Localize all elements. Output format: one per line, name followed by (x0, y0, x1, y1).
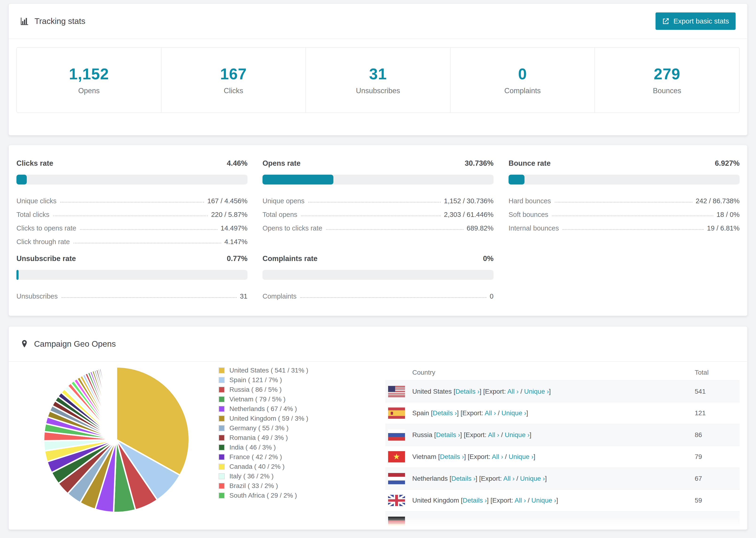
rate-stat-value: 19 / 6.81% (707, 224, 739, 233)
legend-item: Italy ( 36 / 2% ) (219, 471, 385, 481)
rate-stat-row: Total opens 2,303 / 61.446% (262, 206, 494, 219)
rate-bar-track (17, 270, 247, 280)
export-all-link[interactable]: All › (488, 431, 499, 439)
rate-bar-fill (17, 270, 19, 280)
rate-rows: Unsubscribes 31 (17, 287, 247, 301)
rates-grid: Clicks rate 4.46% Unique clicks 167 / 4.… (9, 145, 747, 310)
stat-value: 1,152 (69, 65, 109, 83)
rate-rows: Unique clicks 167 / 4.456% Total clicks … (17, 192, 247, 246)
legend-swatch (219, 454, 225, 460)
details-link[interactable]: Details › (436, 431, 460, 439)
column-header-total: Total (695, 369, 739, 376)
legend-item: Netherlands ( 67 / 4% ) (219, 404, 385, 413)
table-row: Spain [Details ›] [Export: All › / Uniqu… (385, 402, 739, 424)
rate-stat-value: 167 / 4.456% (207, 197, 247, 206)
rate-bar-track (262, 175, 494, 185)
legend-label: France ( 42 / 2% ) (229, 453, 282, 461)
legend-swatch (219, 435, 225, 441)
export-all-link[interactable]: All › (503, 475, 514, 482)
stat-cell: 167 Clicks (162, 48, 306, 112)
rates-card: Clicks rate 4.46% Unique clicks 167 / 4.… (9, 145, 747, 316)
export-unique-link[interactable]: Unique › (520, 475, 545, 482)
table-body: United States [Details ›] [Export: All ›… (385, 381, 739, 530)
table-row: [] [ / ] (385, 511, 739, 530)
stats-summary-box: 1,152 Opens 167 Clicks 31 Unsubscribes 0… (17, 47, 739, 113)
table-row: Vietnam [Details ›] [Export: All › / Uni… (385, 446, 739, 468)
rate-stat-row: Soft bounces 18 / 0% (509, 206, 739, 219)
country-flag-icon (388, 495, 405, 506)
legend-label: Vietnam ( 79 / 5% ) (229, 396, 286, 403)
export-all-link[interactable]: All › (507, 388, 519, 395)
table-row: Netherlands [Details ›] [Export: All › /… (385, 468, 739, 490)
geo-title: Campaign Geo Opens (20, 339, 116, 349)
export-unique-link[interactable]: Unique › (505, 431, 530, 439)
rate-stat-row: Opens to clicks rate 689.82% (262, 219, 494, 233)
rate-rows: Complaints 0 (262, 287, 494, 301)
export-all-link[interactable]: All › (492, 453, 503, 460)
dotted-leader (53, 215, 208, 216)
dotted-leader (62, 297, 237, 298)
rate-bar-track (509, 175, 739, 185)
export-unique-link[interactable]: Unique › (502, 409, 526, 417)
export-button-label: Export basic stats (674, 17, 729, 25)
dotted-leader (563, 229, 704, 230)
details-link[interactable]: Details › (452, 475, 476, 482)
stat-label: Opens (78, 86, 99, 95)
country-name: Spain (412, 409, 429, 417)
rate-title: Clicks rate (17, 159, 53, 168)
legend-swatch (219, 425, 225, 431)
export-unique-link[interactable]: Unique › (531, 497, 556, 504)
export-unique-link[interactable]: Unique › (509, 453, 533, 460)
tracking-stats-card: Tracking stats Export basic stats 1,152 … (9, 4, 747, 135)
rate-stat-label: Soft bounces (509, 211, 548, 219)
rate-title: Bounce rate (509, 159, 551, 168)
rate-stat-label: Total clicks (17, 211, 49, 219)
legend-item: France ( 42 / 2% ) (219, 452, 385, 462)
rate-bar-track (17, 175, 247, 185)
country-cell: United States [Details ›] [Export: All ›… (405, 388, 695, 395)
legend-label: Russia ( 86 / 5% ) (229, 386, 282, 394)
details-link[interactable]: Details › (433, 409, 457, 417)
tracking-title-text: Tracking stats (34, 17, 85, 26)
legend-item: Romania ( 49 / 3% ) (219, 433, 385, 443)
export-basic-stats-button[interactable]: Export basic stats (656, 13, 735, 30)
rate-stat-row: Clicks to opens rate 14.497% (17, 219, 247, 233)
dotted-leader (308, 202, 441, 202)
total-cell: 541 (695, 388, 739, 395)
legend-swatch (219, 463, 225, 470)
rate-title: Complaints rate (262, 254, 317, 263)
dotted-leader (300, 297, 486, 298)
details-link[interactable]: Details › (456, 388, 480, 395)
rate-stat-label: Opens to clicks rate (262, 224, 322, 233)
rate-stat-row: Unsubscribes 31 (17, 287, 247, 301)
legend-label: Italy ( 36 / 2% ) (229, 472, 274, 480)
rate-stat-row: Total clicks 220 / 5.87% (17, 206, 247, 219)
country-name: Vietnam (412, 453, 436, 460)
table-row: United Kingdom [Details ›] [Export: All … (385, 490, 739, 511)
dotted-leader (552, 215, 713, 216)
rate-bar-fill (262, 175, 333, 185)
country-name: Netherlands (412, 475, 448, 482)
stat-value: 167 (220, 65, 247, 83)
rate-block: Opens rate 30.736% Unique opens 1,152 / … (262, 159, 494, 246)
export-all-link[interactable]: All › (514, 497, 526, 504)
rate-stat-label: Unique opens (262, 197, 304, 206)
geo-title-text: Campaign Geo Opens (34, 339, 116, 349)
legend-swatch (219, 483, 225, 489)
stat-value: 279 (654, 65, 680, 83)
rate-bar-fill (509, 175, 524, 185)
export-all-link[interactable]: All › (485, 409, 496, 417)
geo-table: Country Total United States [Details ›] … (385, 364, 739, 530)
details-link[interactable]: Details › (463, 497, 487, 504)
details-link[interactable]: Details › (440, 453, 464, 460)
stat-value: 0 (518, 65, 527, 83)
geo-legend: United States ( 541 / 31% ) Spain ( 121 … (219, 365, 385, 500)
legend-label: Brazil ( 33 / 2% ) (229, 482, 278, 490)
country-flag-icon (388, 429, 405, 441)
legend-label: Romania ( 49 / 3% ) (229, 434, 288, 442)
geo-card-header: Campaign Geo Opens (9, 327, 747, 362)
rate-block: Clicks rate 4.46% Unique clicks 167 / 4.… (17, 159, 247, 246)
export-unique-link[interactable]: Unique › (524, 388, 549, 395)
legend-swatch (219, 396, 225, 402)
rate-value: 30.736% (465, 159, 494, 168)
